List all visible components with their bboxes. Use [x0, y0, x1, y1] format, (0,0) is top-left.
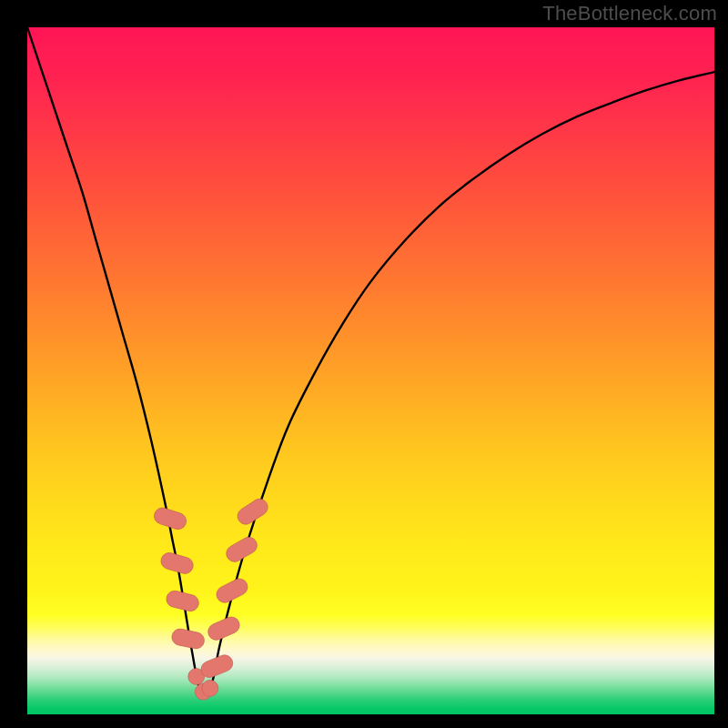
marker-capsule — [159, 551, 196, 575]
svg-rect-5 — [206, 614, 242, 642]
svg-rect-2 — [165, 589, 200, 612]
plot-area — [27, 27, 714, 714]
marker-dot — [202, 680, 218, 696]
outer-frame: TheBottleneck.com — [0, 0, 728, 728]
marker-capsule — [170, 627, 206, 650]
marker-capsule — [206, 614, 242, 642]
bottleneck-curve — [27, 27, 714, 694]
svg-rect-1 — [159, 551, 196, 575]
svg-rect-6 — [214, 576, 250, 605]
marker-capsule — [165, 589, 200, 612]
curve-layer — [27, 27, 714, 714]
marker-capsule — [214, 576, 250, 605]
watermark-text: TheBottleneck.com — [542, 2, 717, 25]
svg-rect-3 — [170, 627, 206, 650]
